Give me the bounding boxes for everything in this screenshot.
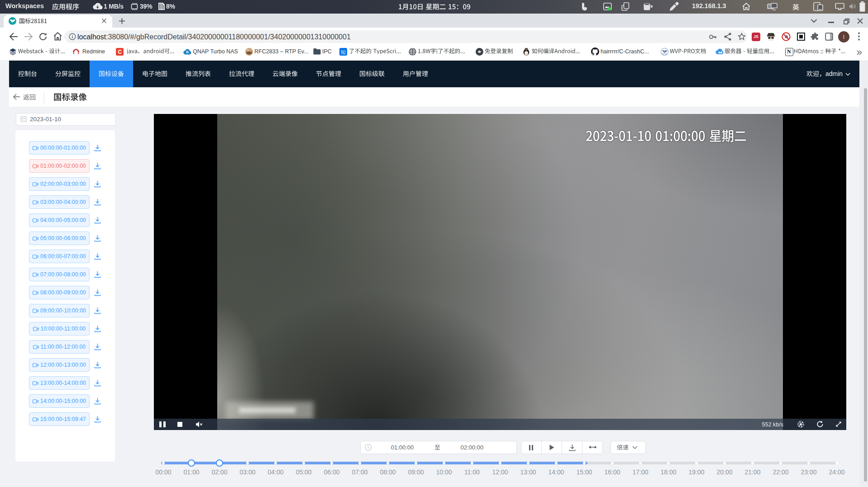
svg-text:WVP-PRO: WVP-PRO	[662, 53, 667, 55]
